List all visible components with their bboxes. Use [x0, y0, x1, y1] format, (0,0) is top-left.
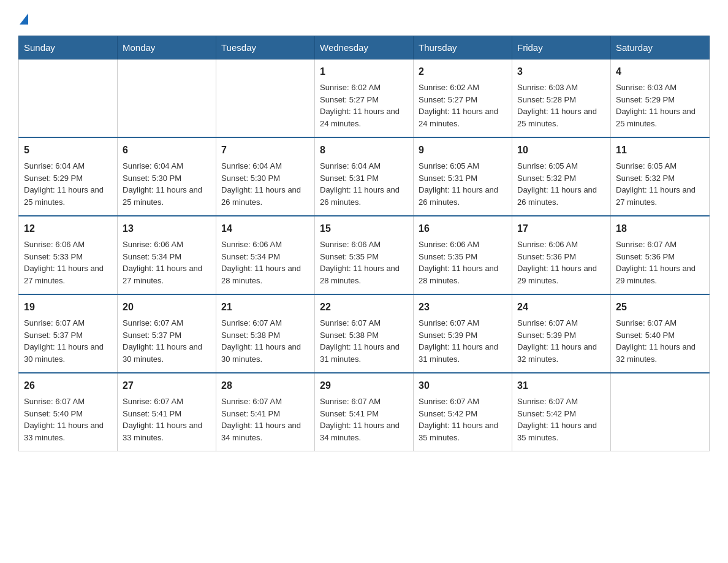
- day-number: 7: [221, 143, 309, 158]
- day-number: 10: [517, 143, 605, 158]
- calendar-cell: 31Sunrise: 6:07 AM Sunset: 5:42 PM Dayli…: [512, 373, 611, 451]
- calendar-cell: 27Sunrise: 6:07 AM Sunset: 5:41 PM Dayli…: [118, 373, 216, 451]
- logo: [18, 12, 28, 23]
- day-number: 27: [123, 378, 211, 393]
- day-info: Sunrise: 6:07 AM Sunset: 5:40 PM Dayligh…: [24, 396, 112, 443]
- calendar-cell: 6Sunrise: 6:04 AM Sunset: 5:30 PM Daylig…: [118, 137, 216, 216]
- day-number: 3: [517, 64, 605, 79]
- day-info: Sunrise: 6:07 AM Sunset: 5:41 PM Dayligh…: [320, 396, 408, 443]
- day-info: Sunrise: 6:02 AM Sunset: 5:27 PM Dayligh…: [419, 82, 507, 129]
- calendar-cell: 3Sunrise: 6:03 AM Sunset: 5:28 PM Daylig…: [512, 59, 611, 138]
- day-number: 14: [221, 221, 309, 236]
- calendar-header: SundayMondayTuesdayWednesdayThursdayFrid…: [19, 36, 710, 59]
- header-row: SundayMondayTuesdayWednesdayThursdayFrid…: [19, 36, 710, 59]
- calendar-cell: [216, 59, 315, 138]
- day-number: 18: [616, 221, 704, 236]
- week-row: 12Sunrise: 6:06 AM Sunset: 5:33 PM Dayli…: [19, 216, 710, 294]
- day-number: 24: [517, 300, 605, 315]
- calendar-cell: 2Sunrise: 6:02 AM Sunset: 5:27 PM Daylig…: [414, 59, 512, 138]
- calendar-cell: 14Sunrise: 6:06 AM Sunset: 5:34 PM Dayli…: [216, 216, 315, 294]
- day-info: Sunrise: 6:07 AM Sunset: 5:37 PM Dayligh…: [123, 317, 211, 365]
- day-number: 22: [320, 300, 408, 315]
- page-header: [18, 12, 710, 23]
- day-info: Sunrise: 6:07 AM Sunset: 5:39 PM Dayligh…: [419, 317, 507, 365]
- calendar-cell: 30Sunrise: 6:07 AM Sunset: 5:42 PM Dayli…: [414, 373, 512, 451]
- day-number: 17: [517, 221, 605, 236]
- day-info: Sunrise: 6:05 AM Sunset: 5:32 PM Dayligh…: [517, 160, 605, 208]
- day-number: 31: [517, 378, 605, 393]
- day-number: 11: [616, 143, 704, 158]
- day-number: 4: [616, 64, 704, 79]
- day-number: 15: [320, 221, 408, 236]
- day-number: 25: [616, 300, 704, 315]
- calendar-cell: [118, 59, 216, 138]
- day-info: Sunrise: 6:04 AM Sunset: 5:29 PM Dayligh…: [24, 160, 112, 208]
- calendar-cell: 16Sunrise: 6:06 AM Sunset: 5:35 PM Dayli…: [414, 216, 512, 294]
- day-info: Sunrise: 6:03 AM Sunset: 5:28 PM Dayligh…: [517, 82, 605, 129]
- calendar-cell: 8Sunrise: 6:04 AM Sunset: 5:31 PM Daylig…: [315, 137, 414, 216]
- calendar-cell: 12Sunrise: 6:06 AM Sunset: 5:33 PM Dayli…: [19, 216, 118, 294]
- day-number: 30: [419, 378, 507, 393]
- day-number: 6: [123, 143, 211, 158]
- day-info: Sunrise: 6:02 AM Sunset: 5:27 PM Dayligh…: [320, 82, 408, 129]
- calendar-cell: 5Sunrise: 6:04 AM Sunset: 5:29 PM Daylig…: [19, 137, 118, 216]
- day-number: 29: [320, 378, 408, 393]
- week-row: 1Sunrise: 6:02 AM Sunset: 5:27 PM Daylig…: [19, 59, 710, 138]
- calendar-cell: 15Sunrise: 6:06 AM Sunset: 5:35 PM Dayli…: [315, 216, 414, 294]
- calendar-cell: 29Sunrise: 6:07 AM Sunset: 5:41 PM Dayli…: [315, 373, 414, 451]
- week-row: 5Sunrise: 6:04 AM Sunset: 5:29 PM Daylig…: [19, 137, 710, 216]
- day-info: Sunrise: 6:07 AM Sunset: 5:40 PM Dayligh…: [616, 317, 704, 365]
- header-cell-sunday: Sunday: [19, 36, 118, 59]
- day-number: 8: [320, 143, 408, 158]
- day-info: Sunrise: 6:07 AM Sunset: 5:36 PM Dayligh…: [616, 239, 704, 286]
- header-cell-saturday: Saturday: [611, 36, 710, 59]
- day-number: 23: [419, 300, 507, 315]
- day-info: Sunrise: 6:07 AM Sunset: 5:42 PM Dayligh…: [419, 396, 507, 443]
- calendar-cell: 21Sunrise: 6:07 AM Sunset: 5:38 PM Dayli…: [216, 294, 315, 373]
- day-number: 5: [24, 143, 112, 158]
- day-number: 1: [320, 64, 408, 79]
- calendar-cell: 22Sunrise: 6:07 AM Sunset: 5:38 PM Dayli…: [315, 294, 414, 373]
- calendar-table: SundayMondayTuesdayWednesdayThursdayFrid…: [18, 36, 710, 451]
- day-info: Sunrise: 6:07 AM Sunset: 5:41 PM Dayligh…: [221, 396, 309, 443]
- week-row: 26Sunrise: 6:07 AM Sunset: 5:40 PM Dayli…: [19, 373, 710, 451]
- day-info: Sunrise: 6:06 AM Sunset: 5:33 PM Dayligh…: [24, 239, 112, 286]
- day-info: Sunrise: 6:05 AM Sunset: 5:32 PM Dayligh…: [616, 160, 704, 208]
- header-cell-monday: Monday: [118, 36, 216, 59]
- calendar-cell: [19, 59, 118, 138]
- day-number: 12: [24, 221, 112, 236]
- day-number: 9: [419, 143, 507, 158]
- day-info: Sunrise: 6:06 AM Sunset: 5:34 PM Dayligh…: [123, 239, 211, 286]
- calendar-cell: 24Sunrise: 6:07 AM Sunset: 5:39 PM Dayli…: [512, 294, 611, 373]
- calendar-body: 1Sunrise: 6:02 AM Sunset: 5:27 PM Daylig…: [19, 59, 710, 451]
- day-number: 28: [221, 378, 309, 393]
- calendar-cell: 26Sunrise: 6:07 AM Sunset: 5:40 PM Dayli…: [19, 373, 118, 451]
- calendar-cell: 4Sunrise: 6:03 AM Sunset: 5:29 PM Daylig…: [611, 59, 710, 138]
- day-info: Sunrise: 6:06 AM Sunset: 5:35 PM Dayligh…: [419, 239, 507, 286]
- calendar-cell: 13Sunrise: 6:06 AM Sunset: 5:34 PM Dayli…: [118, 216, 216, 294]
- day-number: 2: [419, 64, 507, 79]
- calendar-cell: 9Sunrise: 6:05 AM Sunset: 5:31 PM Daylig…: [414, 137, 512, 216]
- calendar-cell: 28Sunrise: 6:07 AM Sunset: 5:41 PM Dayli…: [216, 373, 315, 451]
- calendar-cell: 1Sunrise: 6:02 AM Sunset: 5:27 PM Daylig…: [315, 59, 414, 138]
- day-info: Sunrise: 6:04 AM Sunset: 5:31 PM Dayligh…: [320, 160, 408, 208]
- day-info: Sunrise: 6:04 AM Sunset: 5:30 PM Dayligh…: [123, 160, 211, 208]
- calendar-cell: 7Sunrise: 6:04 AM Sunset: 5:30 PM Daylig…: [216, 137, 315, 216]
- header-cell-thursday: Thursday: [414, 36, 512, 59]
- header-cell-tuesday: Tuesday: [216, 36, 315, 59]
- header-cell-wednesday: Wednesday: [315, 36, 414, 59]
- day-info: Sunrise: 6:07 AM Sunset: 5:37 PM Dayligh…: [24, 317, 112, 365]
- header-cell-friday: Friday: [512, 36, 611, 59]
- day-number: 19: [24, 300, 112, 315]
- day-info: Sunrise: 6:07 AM Sunset: 5:38 PM Dayligh…: [320, 317, 408, 365]
- calendar-cell: 18Sunrise: 6:07 AM Sunset: 5:36 PM Dayli…: [611, 216, 710, 294]
- day-number: 26: [24, 378, 112, 393]
- day-info: Sunrise: 6:06 AM Sunset: 5:36 PM Dayligh…: [517, 239, 605, 286]
- logo-triangle-icon: [20, 13, 28, 25]
- day-info: Sunrise: 6:07 AM Sunset: 5:39 PM Dayligh…: [517, 317, 605, 365]
- day-info: Sunrise: 6:06 AM Sunset: 5:35 PM Dayligh…: [320, 239, 408, 286]
- day-info: Sunrise: 6:05 AM Sunset: 5:31 PM Dayligh…: [419, 160, 507, 208]
- day-info: Sunrise: 6:06 AM Sunset: 5:34 PM Dayligh…: [221, 239, 309, 286]
- day-info: Sunrise: 6:07 AM Sunset: 5:41 PM Dayligh…: [123, 396, 211, 443]
- day-number: 13: [123, 221, 211, 236]
